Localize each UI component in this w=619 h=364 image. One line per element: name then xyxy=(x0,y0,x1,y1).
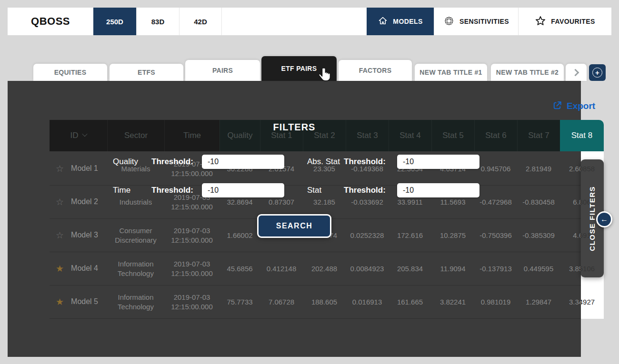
stat-threshold-input[interactable] xyxy=(397,183,479,197)
value-cell: 10.2875 xyxy=(431,231,474,240)
value-cell: 11.5693 xyxy=(431,197,474,207)
star-icon xyxy=(535,15,546,28)
app-logo: QBOSS xyxy=(8,8,93,35)
tab-new-tab-title-2[interactable]: NEW TAB TITLE #2 xyxy=(491,64,564,81)
id-cell: ☆Model 1 xyxy=(50,164,107,174)
value-cell: -0.033692 xyxy=(346,197,389,207)
close-filters-arrow-button[interactable]: ← xyxy=(596,211,612,227)
table-row[interactable]: ★Model 4Information Technology2019-07-03… xyxy=(50,252,604,285)
column-header-stat5[interactable]: Stat 5 xyxy=(431,120,474,151)
period-tab-83d[interactable]: 83D xyxy=(136,8,179,35)
stat8-undimmed-value: 3.34927 xyxy=(581,298,595,306)
time-cell: 2019-07-03 12:15:00.000 xyxy=(164,293,220,311)
value-cell: -0.137913 xyxy=(474,264,517,274)
topbar-spacer xyxy=(222,8,367,35)
filter-abs-stat-threshold-label: Threshold: xyxy=(344,157,386,167)
value-cell: 3.82241 xyxy=(431,297,474,307)
id-cell: ☆Model 2 xyxy=(50,197,107,207)
time-threshold-input[interactable] xyxy=(202,183,284,197)
value-cell: 0.0084923 xyxy=(346,264,389,274)
value-cell: 161.665 xyxy=(389,297,431,307)
tab-factors[interactable]: FACTORS xyxy=(339,60,412,81)
nav-favourites[interactable]: FAVOURITES xyxy=(518,8,611,35)
favourite-star-icon[interactable]: ☆ xyxy=(56,231,64,240)
value-cell: -0.472968 xyxy=(474,197,517,207)
top-navigation-bar: QBOSS 250D 83D 42D MODELS SENSITIVITIES xyxy=(8,8,611,35)
filter-stat-threshold-label: Threshold: xyxy=(344,186,386,195)
burst-icon xyxy=(443,15,455,28)
value-cell: 0.412148 xyxy=(260,264,303,274)
value-cell: -0.385309 xyxy=(517,231,560,240)
value-cell: 0.87307 xyxy=(260,197,303,207)
favourite-star-icon[interactable]: ☆ xyxy=(56,197,64,207)
period-tab-42d[interactable]: 42D xyxy=(179,8,222,35)
value-cell: 0.945706 xyxy=(474,164,517,174)
value-cell: 33.9911 xyxy=(389,197,431,207)
model-id: Model 1 xyxy=(71,164,98,174)
column-header-time[interactable]: Time xyxy=(164,120,220,151)
tab-new-tab-title-1[interactable]: NEW TAB TITLE #1 xyxy=(415,64,487,81)
value-cell: -0.750396 xyxy=(474,231,517,240)
value-cell: 0.0252328 xyxy=(346,231,389,240)
column-header-stat6[interactable]: Stat 6 xyxy=(474,120,517,151)
nav-sensitivities-label: SENSITIVITIES xyxy=(459,18,509,25)
filters-title: FILTERS xyxy=(223,122,366,133)
model-id: Model 3 xyxy=(71,230,98,240)
value-cell: 205.834 xyxy=(389,264,431,274)
column-header-stat7[interactable]: Stat 7 xyxy=(517,120,560,151)
period-tab-250d[interactable]: 250D xyxy=(93,8,136,35)
value-cell: 2.81949 xyxy=(517,164,560,174)
sector-cell: Information Technology xyxy=(107,259,164,278)
value-cell: 0.016913 xyxy=(346,297,389,307)
table-row[interactable]: ★Model 5Information Technology2019-07-03… xyxy=(50,285,604,319)
id-cell: ☆Model 3 xyxy=(50,230,107,240)
time-cell: 2019-07-03 12:15:00.000 xyxy=(164,259,220,278)
add-tab-button[interactable]: + xyxy=(589,64,606,81)
value-cell: 45.6856 xyxy=(220,264,260,274)
tab-scroll-right-button[interactable] xyxy=(566,64,587,81)
value-cell: 11.9094 xyxy=(431,264,474,274)
value-cell: 32.8694 xyxy=(220,197,260,207)
nav-sensitivities[interactable]: SENSITIVITIES xyxy=(434,8,518,35)
tab-etf-pairs[interactable]: ETF PAIRS xyxy=(261,56,337,81)
tab-pairs[interactable]: PAIRS xyxy=(185,60,260,81)
value-cell: 1.66002 xyxy=(220,231,260,240)
filter-quality-label: Quality xyxy=(113,157,138,167)
value-cell: 32.185 xyxy=(303,197,346,207)
nav-models-label: MODELS xyxy=(393,18,422,25)
favourite-star-icon[interactable]: ★ xyxy=(56,297,64,306)
filter-abs-stat-label: Abs. Stat xyxy=(307,157,340,167)
tab-etfs[interactable]: ETFS xyxy=(110,64,183,81)
plus-circle-icon: + xyxy=(592,68,602,78)
quality-threshold-input[interactable] xyxy=(202,155,284,169)
id-cell: ★Model 4 xyxy=(50,264,107,274)
home-icon xyxy=(378,16,388,28)
favourite-star-icon[interactable]: ☆ xyxy=(56,164,64,173)
model-id: Model 5 xyxy=(71,297,98,307)
value-cell: 202.488 xyxy=(303,264,346,274)
column-header-stat4[interactable]: Stat 4 xyxy=(389,120,431,151)
time-cell: 2019-07-03 12:15:00.000 xyxy=(164,226,220,245)
tab-equities[interactable]: EQUITIES xyxy=(33,64,107,81)
sector-cell: Information Technology xyxy=(107,293,164,311)
filter-stat-label: Stat xyxy=(307,186,321,195)
export-button[interactable]: Export xyxy=(551,98,605,114)
sort-chevron-icon xyxy=(82,131,87,137)
column-header-stat8[interactable]: Stat 8 xyxy=(560,120,604,151)
filter-time-label: Time xyxy=(113,186,130,195)
filter-time-threshold-label: Threshold: xyxy=(151,186,193,195)
column-header-sector[interactable]: Sector xyxy=(107,120,164,151)
sector-cell: Consumer Discretionary xyxy=(107,226,164,245)
close-filters-label: CLOSE FILTERS xyxy=(588,186,596,251)
nav-models[interactable]: MODELS xyxy=(367,8,434,35)
export-label: Export xyxy=(567,101,595,111)
value-cell: 188.605 xyxy=(303,297,346,307)
abs-stat-threshold-input[interactable] xyxy=(397,155,479,169)
value-cell: 172.616 xyxy=(389,231,431,240)
nav-favourites-label: FAVOURITES xyxy=(551,18,595,25)
favourite-star-icon[interactable]: ★ xyxy=(56,264,64,273)
model-id: Model 2 xyxy=(71,197,98,207)
search-button[interactable]: SEARCH xyxy=(257,214,331,238)
arrow-left-icon: ← xyxy=(600,215,608,224)
column-header-id[interactable]: ID xyxy=(50,120,107,151)
